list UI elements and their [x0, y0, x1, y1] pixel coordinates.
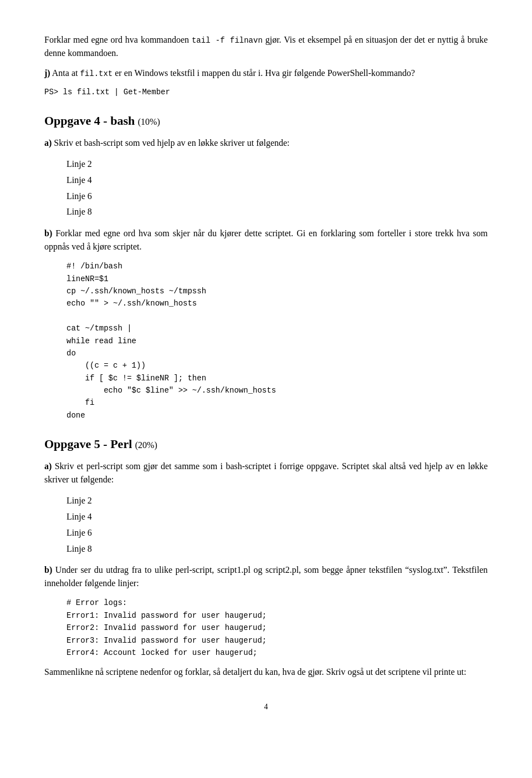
list-item: Linje 2: [66, 493, 488, 509]
oppgave4-heading: Oppgave 4 - bash (10%): [44, 111, 488, 130]
oppgave5-code-file: # Error logs: Error1: Invalid password f…: [66, 597, 488, 659]
list-item: Linje 8: [66, 204, 488, 220]
list-item: Linje 6: [66, 525, 488, 541]
list-item: Linje 8: [66, 541, 488, 557]
page-content: Forklar med egne ord hva kommandoen tail…: [44, 33, 488, 713]
oppgave4-code-block: #! /bin/bash lineNR=$1 cp ~/.ssh/known_h…: [66, 260, 488, 421]
intro-j-prefix: j) Anta at: [44, 68, 80, 78]
oppgave4-a-label: a): [44, 138, 52, 148]
oppgave5-a-label: a): [44, 461, 52, 471]
oppgave4-list: Linje 2 Linje 4 Linje 6 Linje 8: [66, 156, 488, 220]
oppgave5-a-intro: a) Skriv et perl-script som gjør det sam…: [44, 460, 488, 486]
list-item: Linje 2: [66, 156, 488, 172]
list-item: Linje 4: [66, 172, 488, 189]
oppgave5-list: Linje 2 Linje 4 Linje 6 Linje 8: [66, 493, 488, 557]
oppgave4-b-label: b): [44, 228, 52, 238]
oppgave5-heading: Oppgave 5 - Perl (20%): [44, 435, 488, 453]
list-item: Linje 4: [66, 509, 488, 525]
ps-command-block: PS> ls fil.txt | Get-Member: [44, 87, 488, 98]
list-item: Linje 6: [66, 189, 488, 205]
intro-paragraph-1: Forklar med egne ord hva kommandoen tail…: [44, 33, 488, 60]
oppgave5-b-label: b): [44, 565, 52, 574]
intro-text-1: Forklar med egne ord hva kommandoen: [44, 35, 192, 44]
oppgave4-b-intro: b) Forklar med egne ord hva som skjer nå…: [44, 227, 488, 253]
oppgave5-b-text2: Sammenlikne nå scriptene nedenfor og for…: [44, 665, 488, 679]
oppgave4-a-intro: a) Skriv et bash-script som ved hjelp av…: [44, 136, 488, 150]
oppgave5-b-intro: b) Under ser du utdrag fra to ulike perl…: [44, 563, 488, 590]
intro-paragraph-2: j) Anta at fil.txt er en Windows tekstfi…: [44, 67, 488, 80]
intro-code-1: tail -f filnavn: [192, 36, 263, 45]
page-number: 4: [44, 701, 488, 713]
intro-j-suffix: er en Windows tekstfil i mappen du står …: [112, 68, 415, 78]
intro-code-2: fil.txt: [80, 69, 112, 78]
